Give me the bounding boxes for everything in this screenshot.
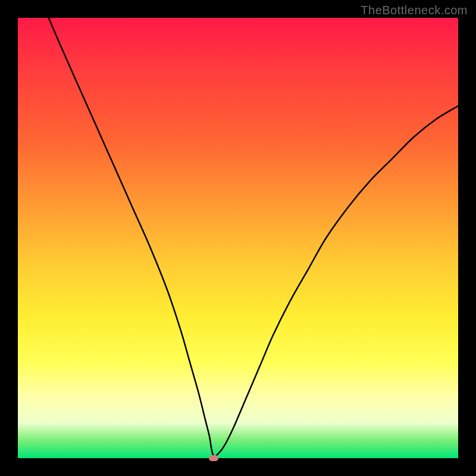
plot-area bbox=[18, 18, 458, 458]
minimum-marker bbox=[209, 455, 218, 461]
watermark-text: TheBottleneck.com bbox=[361, 4, 468, 17]
chart-frame: TheBottleneck.com bbox=[0, 0, 476, 476]
bottleneck-curve bbox=[18, 18, 458, 458]
